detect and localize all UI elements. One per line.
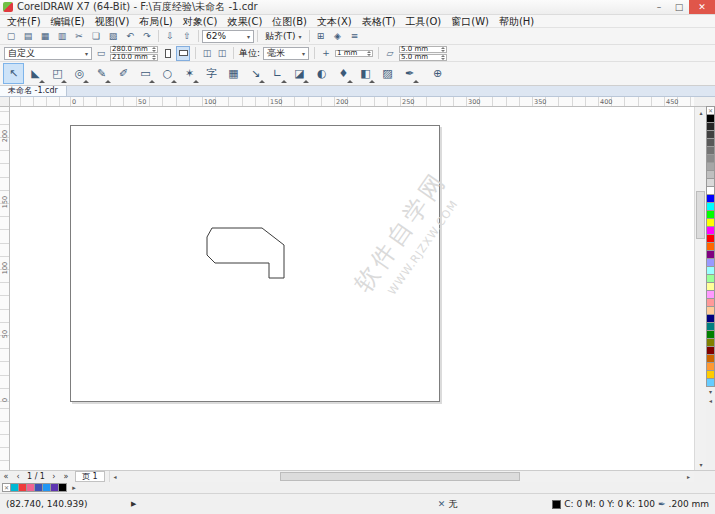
spinner-icon[interactable] xyxy=(152,55,156,60)
table-tool[interactable]: ▦ xyxy=(223,63,244,84)
shape-tool[interactable]: ◣ xyxy=(25,63,46,84)
redo-icon[interactable]: ↷ xyxy=(139,29,155,44)
h-ruler-label: 0 xyxy=(72,98,76,106)
menu-item-10[interactable]: 工具(O) xyxy=(401,15,447,28)
first-page-button[interactable]: « xyxy=(0,471,12,483)
drawn-shape[interactable] xyxy=(207,228,284,278)
options-icon[interactable]: ≡ xyxy=(347,29,363,44)
previous-page-button[interactable]: ‹ xyxy=(12,471,24,483)
interactive-fill-tool[interactable]: ◧ xyxy=(355,63,376,84)
drawing-canvas[interactable]: 软件自学网 WWW.RJZXW.COM xyxy=(10,107,694,470)
export-icon[interactable]: ⇧ xyxy=(179,29,195,44)
palette-scroll-down-button[interactable]: ▾ xyxy=(706,387,715,396)
document-palette-scroll-button[interactable]: ▸ xyxy=(69,484,79,492)
units-value: 毫米 xyxy=(267,47,285,60)
page-height-field[interactable]: 210.0 mm xyxy=(110,54,158,61)
units-combo[interactable]: 毫米 ▾ xyxy=(263,47,309,60)
menu-item-3[interactable]: 视图(V) xyxy=(90,15,135,28)
expand-status-icon[interactable]: ▶ xyxy=(131,500,136,508)
drop-shadow-tool[interactable]: ◪ xyxy=(289,63,310,84)
spinner-icon[interactable] xyxy=(367,51,371,56)
maximize-button[interactable]: □ xyxy=(669,0,689,14)
snap-to-button[interactable]: 贴齐(T) ▾ xyxy=(261,29,306,43)
window-controls: – □ ✕ xyxy=(649,0,715,14)
nudge-distance-field[interactable]: 1 mm xyxy=(335,50,373,57)
document-tab[interactable]: 未命名 -1.cdr xyxy=(0,86,67,96)
smart-fill-tool[interactable]: ▨ xyxy=(377,63,398,84)
spinner-icon[interactable] xyxy=(152,47,156,52)
transparency-tool[interactable]: ◐ xyxy=(311,63,332,84)
duplicate-x-field[interactable]: 5.0 mm xyxy=(399,46,447,53)
scroll-right-button[interactable]: ▸ xyxy=(683,471,694,483)
document-page[interactable]: 软件自学网 WWW.RJZXW.COM xyxy=(70,125,440,402)
cut-icon[interactable]: ✂ xyxy=(71,29,87,44)
polygon-tool[interactable]: ✶ xyxy=(179,63,200,84)
welcome-screen-icon[interactable]: ◈ xyxy=(330,29,346,44)
separator xyxy=(198,30,199,42)
horizontal-scrollbar[interactable]: ◂ ▸ xyxy=(109,471,694,483)
portrait-button[interactable] xyxy=(161,46,175,61)
table-tool-icon: ▦ xyxy=(228,68,238,79)
menu-item-9[interactable]: 表格(T) xyxy=(357,15,401,28)
coreldraw-window: CorelDRAW X7 (64-Bit) - F:\百度经验\未命名 -1.c… xyxy=(0,0,715,514)
all-pages-icon[interactable]: ◫ xyxy=(201,48,213,58)
fill-none-icon: ✕ xyxy=(438,499,446,509)
spinner-icon[interactable] xyxy=(441,55,445,60)
text-tool[interactable]: 字 xyxy=(201,63,222,84)
menu-item-2[interactable]: 编辑(E) xyxy=(46,15,90,28)
new-document-icon[interactable]: ▢ xyxy=(3,29,19,44)
menu-item-6[interactable]: 效果(C) xyxy=(223,15,268,28)
menu-item-4[interactable]: 布局(L) xyxy=(134,15,177,28)
rectangle-tool[interactable]: ▭ xyxy=(135,63,156,84)
minimize-button[interactable]: – xyxy=(649,0,669,14)
copy-icon[interactable]: ❏ xyxy=(88,29,104,44)
undo-icon[interactable]: ↶ xyxy=(122,29,138,44)
zoom-level-combo[interactable]: 62% ▾ xyxy=(202,30,254,43)
page-width-field[interactable]: 280.0 mm xyxy=(110,46,158,53)
menu-item-5[interactable]: 对象(C) xyxy=(178,15,223,28)
color-eyedropper-tool[interactable]: ♦ xyxy=(333,63,354,84)
horizontal-scrollbar-thumb[interactable] xyxy=(280,472,520,481)
spinner-icon[interactable] xyxy=(441,47,445,52)
color-swatch[interactable] xyxy=(58,483,67,492)
freehand-tool[interactable]: ✎ xyxy=(91,63,112,84)
menu-item-7[interactable]: 位图(B) xyxy=(267,15,312,28)
color-swatch[interactable] xyxy=(706,378,715,387)
close-button[interactable]: ✕ xyxy=(689,0,715,14)
next-page-button[interactable]: › xyxy=(48,471,60,483)
landscape-button[interactable] xyxy=(176,46,190,61)
ruler-origin-corner[interactable] xyxy=(0,97,10,107)
horizontal-ruler[interactable]: 050100150200250300350400450 xyxy=(10,97,694,107)
open-icon[interactable]: ▤ xyxy=(20,29,36,44)
ellipse-tool[interactable]: ○ xyxy=(157,63,178,84)
paste-icon[interactable]: ▧ xyxy=(105,29,121,44)
artistic-media-tool[interactable]: ✐ xyxy=(113,63,134,84)
quick-customize-button[interactable]: ⊕ xyxy=(427,63,448,84)
application-launcher-icon[interactable]: ⊞ xyxy=(313,29,329,44)
import-icon[interactable]: ⇩ xyxy=(162,29,178,44)
outline-pen-tool[interactable]: ✒ xyxy=(399,63,420,84)
vertical-ruler[interactable]: 200150100500 xyxy=(0,107,10,470)
vertical-scrollbar[interactable]: ▴ ▾ xyxy=(694,107,706,470)
connector-tool[interactable]: ∟ xyxy=(267,63,288,84)
page-tab[interactable]: 页 1 xyxy=(75,471,105,482)
menu-item-12[interactable]: 帮助(H) xyxy=(494,15,539,28)
menu-item-8[interactable]: 文本(X) xyxy=(312,15,357,28)
page-preset-combo[interactable]: 自定义 ▾ xyxy=(4,47,92,60)
duplicate-y-field[interactable]: 5.0 mm xyxy=(399,54,447,61)
save-icon[interactable]: ▦ xyxy=(37,29,53,44)
last-page-button[interactable]: » xyxy=(60,471,72,483)
menu-item-11[interactable]: 窗口(W) xyxy=(446,15,494,28)
print-icon[interactable]: ▥ xyxy=(54,29,70,44)
current-page-icon[interactable]: ◫ xyxy=(216,48,228,58)
vertical-scrollbar-thumb[interactable] xyxy=(696,191,705,239)
crop-tool[interactable]: ◰ xyxy=(47,63,68,84)
menu-item-1[interactable]: 文件(F) xyxy=(2,15,46,28)
chevron-down-icon: ▾ xyxy=(299,33,302,40)
palette-expand-button[interactable]: ◂ xyxy=(706,396,715,405)
scroll-left-button[interactable]: ◂ xyxy=(110,471,121,483)
dimension-tool[interactable]: ↘ xyxy=(245,63,266,84)
nudge-distance-value: 1 mm xyxy=(337,50,357,56)
pick-tool[interactable]: ↖ xyxy=(3,63,24,84)
zoom-tool[interactable]: ◎ xyxy=(69,63,90,84)
